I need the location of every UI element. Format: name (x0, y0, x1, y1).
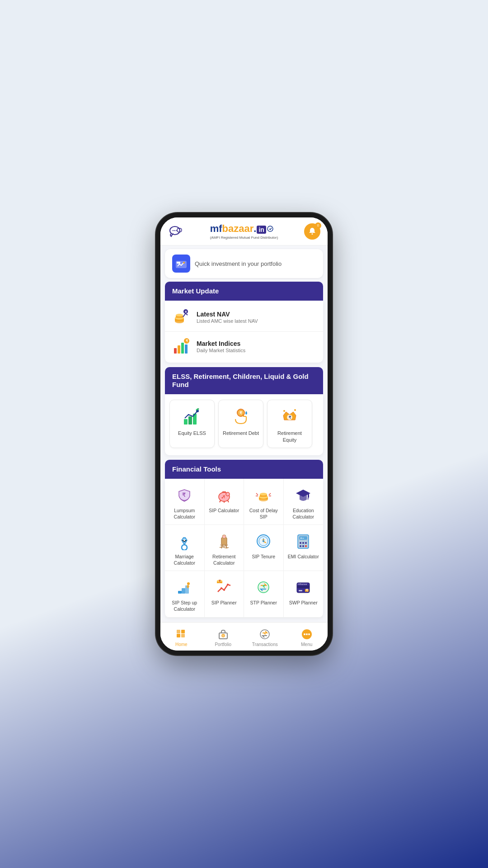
svg-point-97 (306, 633, 308, 635)
emi-calculator-icon: +− (293, 531, 313, 551)
tool-sip-planner[interactable]: ₹ SIP Planner (205, 571, 244, 617)
chat-icon[interactable] (168, 223, 184, 240)
svg-point-43 (260, 493, 267, 495)
elss-section-header: ELSS, Retirement, Children, Liquid & Gol… (165, 367, 323, 394)
svg-rect-19 (185, 344, 188, 354)
logo-dot: . (253, 223, 256, 235)
svg-point-70 (187, 582, 190, 585)
svg-rect-18 (181, 343, 184, 354)
swp-planner-label: SWP Planner (289, 600, 318, 606)
bottom-nav: Home ₹ Portfolio (160, 622, 328, 651)
quick-invest-icon (172, 255, 190, 273)
svg-point-61 (302, 542, 304, 544)
sip-stepup-icon (174, 577, 194, 597)
stp-planner-icon: ₹ (253, 577, 273, 597)
svg-point-8 (183, 262, 185, 264)
logo-mf: mf (210, 223, 222, 235)
market-update-header: Market Update (165, 282, 323, 301)
svg-rect-81 (297, 585, 310, 588)
svg-point-5 (312, 233, 313, 235)
stp-planner-label: STP Planner (250, 600, 277, 606)
sip-tenure-icon: ₹ (253, 531, 273, 551)
notification-button[interactable]: 0 (304, 223, 320, 240)
retirement-equity-icon: ₹ (280, 406, 300, 426)
sip-planner-icon: ₹ (214, 577, 234, 597)
latest-nav-item[interactable]: ₹ Latest NAV Listed AMC wise latest NAV (165, 302, 323, 332)
tool-lumpsum-calculator[interactable]: ₹ Lumpsum Calculator (165, 479, 205, 525)
nav-transactions[interactable]: ₹ Transactions (244, 626, 286, 649)
svg-rect-65 (305, 545, 307, 547)
svg-point-4 (267, 226, 273, 231)
svg-point-13 (176, 314, 183, 316)
logo-bazaar: bazaar (222, 223, 254, 235)
nav-portfolio[interactable]: ₹ Portfolio (202, 626, 244, 649)
svg-text:₹: ₹ (222, 635, 224, 637)
tool-marriage-calculator[interactable]: Marriage Calculator (165, 525, 205, 571)
nav-menu[interactable]: Menu (286, 626, 328, 649)
tool-retirement-calculator[interactable]: Retirement Calculator (205, 525, 244, 571)
svg-rect-86 (177, 634, 180, 637)
sip-calculator-label: SIP Calculator (209, 508, 239, 514)
swp-planner-icon: mfbazaar ₹ (293, 577, 313, 597)
svg-point-98 (308, 633, 310, 635)
lumpsum-calculator-label: Lumpsum Calculator (168, 508, 202, 520)
retirement-calculator-icon (214, 531, 234, 551)
fund-card-retirement-equity[interactable]: ₹ Retirement Equity (267, 400, 312, 448)
svg-rect-88 (177, 630, 180, 633)
tool-sip-stepup-calculator[interactable]: SIP Step up Calculator (165, 571, 205, 617)
svg-point-60 (300, 542, 301, 544)
market-indices-title: Market Indices (197, 340, 245, 347)
logo-in: in (257, 226, 266, 234)
svg-point-32 (294, 409, 296, 411)
svg-rect-23 (188, 416, 192, 425)
phone-frame: mf bazaar . in (AMFI Registered Mutual F… (156, 213, 332, 655)
elss-section-body: Equity ELSS ₹ (165, 394, 323, 455)
sip-stepup-label: SIP Step up Calculator (168, 600, 202, 612)
latest-nav-info: Latest NAV Listed AMC wise latest NAV (197, 311, 258, 324)
svg-rect-22 (184, 419, 188, 425)
tool-sip-tenure[interactable]: ₹ SIP Tenure (244, 525, 284, 571)
svg-point-72 (223, 589, 225, 591)
latest-nav-icon: ₹ (171, 307, 191, 327)
quick-invest-banner[interactable]: Quick investment in your portfolio (165, 249, 323, 278)
tool-education-calculator[interactable]: Education Calculator (284, 479, 324, 525)
svg-point-47 (183, 539, 185, 541)
cost-delay-sip-label: Cost of Delay SIP (247, 508, 281, 520)
tool-swp-planner[interactable]: mfbazaar ₹ SWP Planner (284, 571, 324, 617)
menu-icon (300, 628, 313, 641)
emi-calculator-label: EMI Calculator (288, 554, 319, 560)
tools-grid: ₹ Lumpsum Calculator (165, 479, 323, 618)
svg-text:mfbazaar: mfbazaar (298, 583, 307, 585)
svg-point-62 (305, 542, 307, 544)
education-calculator-icon (293, 485, 313, 505)
tool-cost-delay-sip[interactable]: Cost of Delay SIP (244, 479, 284, 525)
fund-cards-row: Equity ELSS ₹ (169, 400, 319, 450)
svg-point-64 (302, 545, 304, 547)
svg-point-1 (173, 230, 174, 231)
svg-rect-7 (177, 262, 180, 264)
phone-screen: mf bazaar . in (AMFI Registered Mutual F… (160, 217, 328, 650)
svg-point-96 (304, 633, 305, 635)
svg-text:₹: ₹ (239, 411, 242, 415)
svg-point-2 (174, 230, 175, 231)
svg-rect-17 (178, 345, 180, 354)
financial-tools-title: Financial Tools (172, 465, 221, 473)
tool-emi-calculator[interactable]: +− EMI Calculator (284, 525, 324, 571)
marriage-calculator-icon (174, 531, 194, 551)
fund-card-equity-elss[interactable]: Equity ELSS (169, 400, 215, 448)
market-indices-info: Market Indices Daily Market Statistics (197, 340, 245, 353)
financial-tools-body: ₹ Lumpsum Calculator (165, 479, 323, 618)
nav-home[interactable]: Home (160, 626, 202, 649)
svg-text:+−: +− (300, 536, 305, 540)
tool-stp-planner[interactable]: ₹ STP Planner (244, 571, 284, 617)
market-indices-icon: ₹ (171, 336, 191, 356)
logo: mf bazaar . in (AMFI Registered Mutual F… (210, 223, 278, 240)
market-indices-sub: Daily Market Statistics (197, 348, 245, 353)
tool-sip-calculator[interactable]: ₹ SIP Calculator (205, 479, 244, 525)
market-indices-item[interactable]: ₹ Market Indices Daily Market Statistics (165, 332, 323, 361)
svg-rect-67 (178, 591, 182, 594)
home-icon (175, 628, 188, 641)
fund-card-retirement-debt[interactable]: ₹ Retirement Debt (218, 400, 263, 448)
latest-nav-sub: Listed AMC wise latest NAV (197, 318, 258, 324)
notification-badge: 0 (315, 222, 321, 229)
